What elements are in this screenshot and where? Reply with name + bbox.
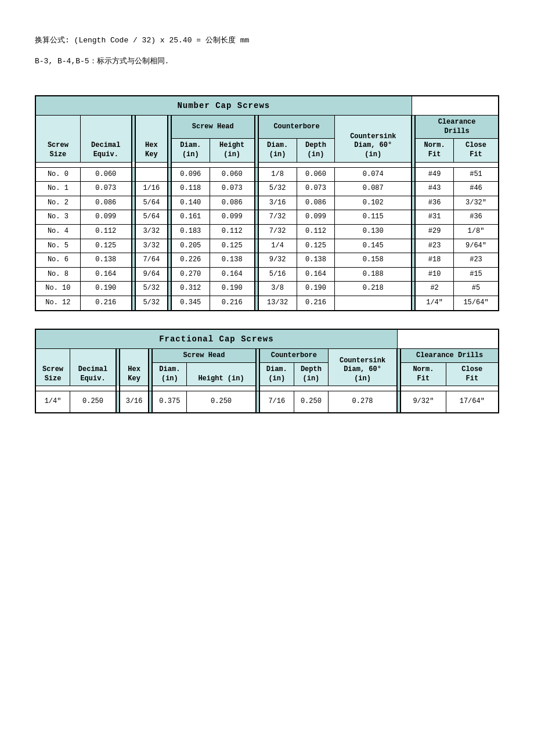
table-cell: 0.115 (335, 210, 412, 225)
table2-title: Fractional Cap Screws (35, 329, 397, 349)
col2-cb-diam: Diam.(in) (259, 363, 294, 386)
table-cell: #15 (454, 267, 499, 282)
table-cell: 0.118 (171, 182, 210, 196)
table-cell: 0.086 (210, 196, 254, 210)
table-cell: 0.138 (297, 253, 335, 268)
table-cell: 3/32″ (454, 196, 499, 210)
col-close-fit: CloseFit (454, 139, 499, 162)
table-cell: 0.102 (335, 196, 412, 210)
table-cell: 0.164 (297, 267, 335, 282)
table-row: No. 00.0600.0960.0601/80.0600.074#49#51 (35, 167, 499, 182)
table-cell: 0.099 (210, 210, 254, 225)
table-cell: #5 (454, 282, 499, 296)
table-cell: 9/32″ (400, 391, 446, 413)
table-cell: 7/32 (258, 224, 297, 239)
table-cell: 0.125 (297, 239, 335, 253)
table-cell: 3/16 (258, 196, 297, 210)
table-cell: 0.226 (171, 253, 210, 268)
table-cell: No. 6 (35, 253, 80, 268)
table-cell: 0.164 (210, 267, 254, 282)
col2-sh-height: Height (in) (187, 363, 256, 386)
table-cell: 0.130 (335, 224, 412, 239)
table-cell: No. 0 (35, 167, 80, 182)
table-cell: No. 8 (35, 267, 80, 282)
formula-line1: 换算公式: (Length Code / 32) x 25.40 = 公制长度 … (35, 35, 499, 45)
table-cell: 0.250 (294, 391, 328, 413)
table-cell: 3/16 (120, 391, 149, 413)
table-row: 1/4″0.2503/160.3750.2507/160.2500.2789/3… (35, 391, 499, 413)
table-row: No. 10.0731/160.1180.0735/320.0730.087#4… (35, 182, 499, 196)
table-cell: 0.145 (335, 239, 412, 253)
table-cell: No. 5 (35, 239, 80, 253)
table-row: No. 50.1253/320.2050.1251/40.1250.145#23… (35, 239, 499, 253)
table-cell: #23 (454, 253, 499, 268)
col-screw-head: Screw Head (171, 116, 255, 139)
table-row: No. 100.1905/320.3120.1903/80.1900.218#2… (35, 282, 499, 296)
table-cell: 1/4″ (415, 296, 453, 310)
col-clearance-drills: ClearanceDrills (415, 116, 499, 139)
table-cell: 0.205 (171, 239, 210, 253)
table-cell: 1/16 (135, 182, 168, 196)
table-cell: 0.112 (210, 224, 254, 239)
table-cell: 0.278 (328, 391, 397, 413)
table-row: No. 80.1649/640.2700.1645/160.1640.188#1… (35, 267, 499, 282)
table-cell: 0.125 (210, 239, 254, 253)
table-cell: 13/32 (258, 296, 297, 310)
table-cell: 1/8″ (454, 224, 499, 239)
table-cell: No. 10 (35, 282, 80, 296)
table-cell: 0.140 (171, 196, 210, 210)
table-cell: 0.250 (187, 391, 256, 413)
table-cell: 0.312 (171, 282, 210, 296)
table-cell: 0.099 (80, 210, 131, 225)
table-cell: #29 (415, 224, 453, 239)
table-cell: 0.099 (297, 210, 335, 225)
table-cell: 0.086 (297, 196, 335, 210)
table-cell: 5/32 (135, 296, 168, 310)
col2-close-fit: CloseFit (446, 363, 499, 386)
table-cell: No. 4 (35, 224, 80, 239)
table-cell: 1/8 (258, 167, 297, 182)
table-cell: #43 (415, 182, 453, 196)
table-cell: 5/32 (135, 282, 168, 296)
table-cell: 0.250 (70, 391, 116, 413)
col-norm-fit: Norm.Fit (415, 139, 453, 162)
table-cell: #46 (454, 182, 499, 196)
table-cell: 0.073 (297, 182, 335, 196)
table-cell: 0.060 (80, 167, 131, 182)
col-countersink: CountersinkDiam, 60°(in) (335, 116, 412, 162)
table-cell: 0.190 (210, 282, 254, 296)
table-cell: 5/32 (258, 182, 297, 196)
table-cell: 5/16 (258, 267, 297, 282)
col-sh-diam: Diam.(in) (171, 139, 210, 162)
table-cell: 0.138 (210, 253, 254, 268)
table-cell: 0.074 (335, 167, 412, 182)
table-cell: 17/64″ (446, 391, 499, 413)
table-row: No. 60.1387/640.2260.1389/320.1380.158#1… (35, 253, 499, 268)
table-cell: 0.112 (297, 224, 335, 239)
table-cell: 9/32 (258, 253, 297, 268)
table-cell: 7/16 (259, 391, 294, 413)
table-cell: 0.218 (335, 282, 412, 296)
col-cb-depth: Depth(in) (297, 139, 335, 162)
col-cb-diam: Diam.(in) (258, 139, 297, 162)
table-cell: 1/4 (258, 239, 297, 253)
table-cell: 0.216 (210, 296, 254, 310)
table-cell (135, 167, 168, 182)
table-cell: 9/64 (135, 267, 168, 282)
table-cell: 5/64 (135, 196, 168, 210)
table-cell: #49 (415, 167, 453, 182)
table-cell: No. 3 (35, 210, 80, 225)
col2-countersink: CountersinkDiam, 60°(in) (328, 348, 397, 386)
formula-line2: B-3, B-4,B-5：标示方式与公制相同. (35, 56, 499, 66)
col-screw-size: ScrewSize (35, 116, 80, 162)
table-row: No. 120.2165/320.3450.21613/320.2161/4″1… (35, 296, 499, 310)
col-counterbore: Counterbore (258, 116, 335, 139)
table-cell: 3/32 (135, 239, 168, 253)
table-cell: #10 (415, 267, 453, 282)
table1-title: Number Cap Screws (35, 96, 412, 116)
col2-screw-head: Screw Head (152, 348, 255, 363)
table-cell: 0.270 (171, 267, 210, 282)
table-cell: #51 (454, 167, 499, 182)
table-cell: 5/64 (135, 210, 168, 225)
table-cell: 0.183 (171, 224, 210, 239)
